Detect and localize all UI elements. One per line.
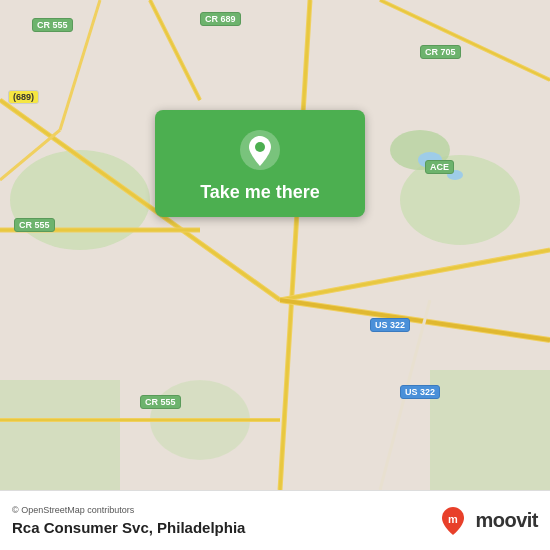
svg-point-1 [10, 150, 150, 250]
road-label-ace: ACE [425, 160, 454, 174]
moovit-logo: m moovit [437, 505, 538, 537]
road-label-cr555-mid: CR 555 [14, 218, 55, 232]
road-label-689-left: (689) [8, 90, 39, 104]
road-label-cr689: CR 689 [200, 12, 241, 26]
road-label-cr555-top: CR 555 [32, 18, 73, 32]
map-container: CR 555 CR 689 (689) CR 705 ACE CR 555 CR… [0, 0, 550, 490]
moovit-text: moovit [475, 509, 538, 532]
road-label-cr555-bot: CR 555 [140, 395, 181, 409]
location-pin-icon [238, 128, 282, 172]
bottom-bar: © OpenStreetMap contributors Rca Consume… [0, 490, 550, 550]
map-background [0, 0, 550, 490]
bottom-left: © OpenStreetMap contributors Rca Consume… [12, 505, 245, 536]
road-label-us322-bot: US 322 [400, 385, 440, 399]
attribution-text: © OpenStreetMap contributors [12, 505, 245, 515]
location-title: Rca Consumer Svc, Philadelphia [12, 519, 245, 536]
take-me-there-label: Take me there [200, 182, 320, 203]
svg-text:m: m [449, 513, 459, 525]
take-me-there-button[interactable]: Take me there [155, 110, 365, 217]
road-label-cr705: CR 705 [420, 45, 461, 59]
svg-rect-4 [0, 380, 120, 490]
moovit-brand-icon: m [437, 505, 469, 537]
svg-point-29 [255, 142, 265, 152]
road-label-us322-right: US 322 [370, 318, 410, 332]
svg-rect-5 [430, 370, 550, 490]
